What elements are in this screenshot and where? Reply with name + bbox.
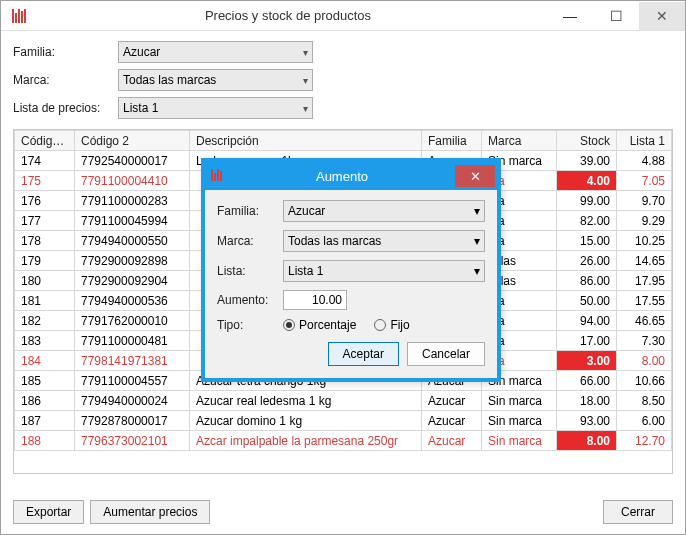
- cell-familia: Azucar: [422, 431, 482, 451]
- cell-codigo1: 188: [15, 431, 75, 451]
- table-row[interactable]: 1877792878000017Azucar domino 1 kgAzucar…: [15, 411, 672, 431]
- dlg-marca-select[interactable]: Todas las marcas▾: [283, 230, 485, 252]
- cell-codigo1: 187: [15, 411, 75, 431]
- dlg-familia-select[interactable]: Azucar▾: [283, 200, 485, 222]
- cell-stock: 93.00: [557, 411, 617, 431]
- col-familia[interactable]: Familia: [422, 131, 482, 151]
- cell-stock: 18.00: [557, 391, 617, 411]
- cell-codigo2: 7791100045994: [75, 211, 190, 231]
- cell-codigo2: 7791100004557: [75, 371, 190, 391]
- chevron-down-icon: ▾: [474, 234, 480, 248]
- cell-stock: 99.00: [557, 191, 617, 211]
- cell-codigo2: 7792878000017: [75, 411, 190, 431]
- dlg-lista-select[interactable]: Lista 1▾: [283, 260, 485, 282]
- footer-buttons: Exportar Aumentar precios Cerrar: [13, 500, 673, 524]
- radio-dot-icon: [374, 319, 386, 331]
- dialog-body: Familia: Azucar▾ Marca: Todas las marcas…: [205, 190, 497, 378]
- cell-price: 10.25: [617, 231, 672, 251]
- cell-price: 4.88: [617, 151, 672, 171]
- familia-label: Familia:: [13, 45, 118, 59]
- cell-price: 10.66: [617, 371, 672, 391]
- cell-price: 8.00: [617, 351, 672, 371]
- cell-codigo1: 177: [15, 211, 75, 231]
- cell-codigo1: 181: [15, 291, 75, 311]
- cell-stock: 26.00: [557, 251, 617, 271]
- cell-price: 14.65: [617, 251, 672, 271]
- table-row[interactable]: 1887796373002101Azcar impalpable la parm…: [15, 431, 672, 451]
- dialog-icon: [211, 169, 229, 184]
- col-marca[interactable]: Marca: [482, 131, 557, 151]
- cell-price: 9.29: [617, 211, 672, 231]
- dialog-close-button[interactable]: ✕: [455, 165, 495, 187]
- cell-codigo2: 7791100000283: [75, 191, 190, 211]
- cell-price: 9.70: [617, 191, 672, 211]
- cell-price: 17.95: [617, 271, 672, 291]
- cell-familia: Azucar: [422, 391, 482, 411]
- cell-codigo2: 7792540000017: [75, 151, 190, 171]
- radio-dot-icon: [283, 319, 295, 331]
- exportar-button[interactable]: Exportar: [13, 500, 84, 524]
- dlg-aumento-label: Aumento:: [217, 293, 283, 307]
- cell-stock: 3.00: [557, 351, 617, 371]
- cell-codigo2: 7791100004410: [75, 171, 190, 191]
- app-icon: [9, 7, 29, 25]
- close-button[interactable]: ✕: [639, 2, 685, 30]
- window-controls: — ☐ ✕: [547, 2, 685, 30]
- dlg-aumento-input[interactable]: [283, 290, 347, 310]
- lista-select[interactable]: Lista 1 ▾: [118, 97, 313, 119]
- cerrar-button[interactable]: Cerrar: [603, 500, 673, 524]
- chevron-down-icon: ▾: [474, 264, 480, 278]
- cell-stock: 39.00: [557, 151, 617, 171]
- table-row[interactable]: 1867794940000024Azucar real ledesma 1 kg…: [15, 391, 672, 411]
- maximize-button[interactable]: ☐: [593, 2, 639, 30]
- cell-codigo1: 186: [15, 391, 75, 411]
- radio-fijo[interactable]: Fijo: [374, 318, 409, 332]
- cell-codigo2: 7794940000550: [75, 231, 190, 251]
- lista-label: Lista de precios:: [13, 101, 118, 115]
- col-lista1[interactable]: Lista 1: [617, 131, 672, 151]
- main-window: Precios y stock de productos — ☐ ✕ Famil…: [0, 0, 686, 535]
- minimize-button[interactable]: —: [547, 2, 593, 30]
- col-codigo2[interactable]: Código 2: [75, 131, 190, 151]
- dlg-familia-label: Familia:: [217, 204, 283, 218]
- cell-codigo1: 179: [15, 251, 75, 271]
- cell-codigo2: 7796373002101: [75, 431, 190, 451]
- aumentar-precios-button[interactable]: Aumentar precios: [90, 500, 210, 524]
- cell-descripcion: Azucar domino 1 kg: [190, 411, 422, 431]
- cell-codigo1: 176: [15, 191, 75, 211]
- aumento-dialog: Aumento ✕ Familia: Azucar▾ Marca: Todas …: [201, 158, 501, 382]
- dlg-marca-label: Marca:: [217, 234, 283, 248]
- cell-stock: 82.00: [557, 211, 617, 231]
- cell-stock: 17.00: [557, 331, 617, 351]
- dlg-tipo-label: Tipo:: [217, 318, 283, 332]
- cell-marca: Sin marca: [482, 411, 557, 431]
- col-stock[interactable]: Stock: [557, 131, 617, 151]
- cell-price: 7.05: [617, 171, 672, 191]
- cell-codigo1: 185: [15, 371, 75, 391]
- cell-codigo2: 7792900092904: [75, 271, 190, 291]
- cell-codigo1: 175: [15, 171, 75, 191]
- familia-value: Azucar: [123, 45, 160, 59]
- cell-codigo2: 7792900092898: [75, 251, 190, 271]
- cell-codigo2: 7791100000481: [75, 331, 190, 351]
- cell-price: 17.55: [617, 291, 672, 311]
- cell-stock: 4.00: [557, 171, 617, 191]
- chevron-down-icon: ▾: [303, 103, 308, 114]
- cell-codigo1: 180: [15, 271, 75, 291]
- chevron-down-icon: ▾: [303, 75, 308, 86]
- radio-porcentaje[interactable]: Porcentaje: [283, 318, 356, 332]
- familia-select[interactable]: Azucar ▾: [118, 41, 313, 63]
- cell-stock: 66.00: [557, 371, 617, 391]
- cell-descripcion: Azcar impalpable la parmesana 250gr: [190, 431, 422, 451]
- col-descripcion[interactable]: Descripción: [190, 131, 422, 151]
- marca-label: Marca:: [13, 73, 118, 87]
- cell-descripcion: Azucar real ledesma 1 kg: [190, 391, 422, 411]
- cancelar-button[interactable]: Cancelar: [407, 342, 485, 366]
- marca-select[interactable]: Todas las marcas ▾: [118, 69, 313, 91]
- col-codigo1[interactable]: Código 1: [15, 131, 75, 151]
- cell-price: 6.00: [617, 411, 672, 431]
- window-title: Precios y stock de productos: [29, 8, 547, 23]
- cell-price: 7.30: [617, 331, 672, 351]
- cell-marca: Sin marca: [482, 431, 557, 451]
- aceptar-button[interactable]: Aceptar: [328, 342, 399, 366]
